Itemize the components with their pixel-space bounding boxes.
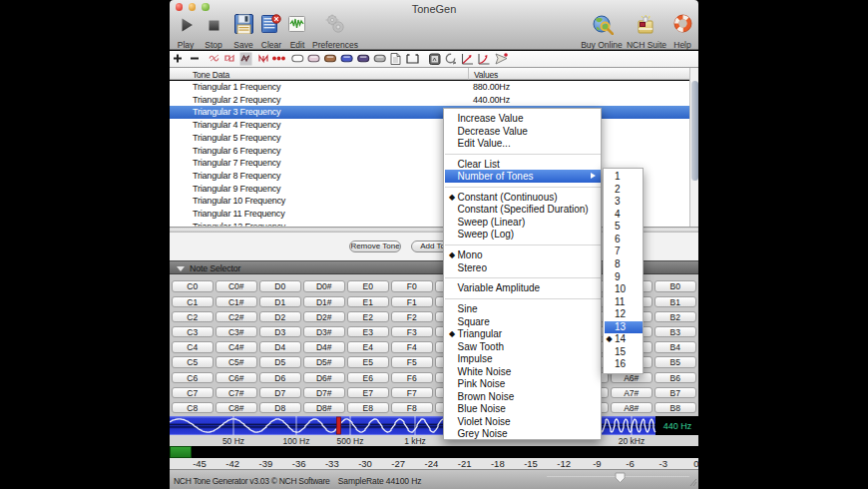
svg-text:440 Hz: 440 Hz — [663, 421, 692, 431]
